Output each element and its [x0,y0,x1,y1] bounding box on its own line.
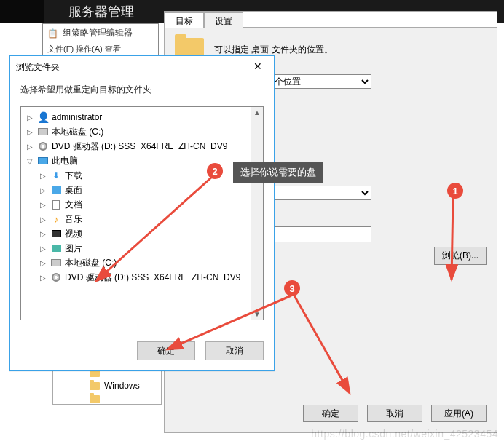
tree-item[interactable]: ▷本地磁盘 (C:) [21,124,251,139]
folder-icon [90,382,100,390]
close-button[interactable]: ✕ [248,60,268,74]
browse-folder-dialog: 浏览文件夹 ✕ 选择希望用做重定向目标的文件夹 ▷👤administrator▷… [9,55,275,371]
tree-scrollbar[interactable]: ▲ ▼ [251,107,263,320]
expand-icon[interactable]: ▷ [25,143,34,151]
annotation-marker-1: 1 [447,183,463,199]
annotation-marker-2: 2 [207,163,223,179]
folder-tree: ▷👤administrator▷本地磁盘 (C:)▷DVD 驱动器 (D:) S… [20,106,264,320]
folder-tree-list[interactable]: ▷👤administrator▷本地磁盘 (C:)▷DVD 驱动器 (D:) S… [21,107,251,320]
expand-icon[interactable]: ▷ [25,114,34,122]
expand-icon[interactable]: ▷ [39,245,47,253]
tree-item-label: DVD 驱动器 (D:) SSS_X64FRE_ZH-CN_DV9 [52,140,227,153]
expand-icon[interactable]: ▷ [25,128,34,136]
tree-item-label: 下载 [65,170,82,182]
dvd-icon [37,140,49,152]
titlebar-left-block [0,0,44,23]
expand-icon[interactable]: ▷ [39,215,47,223]
doc-icon [50,199,62,210]
pic-icon [50,242,62,254]
gpo-title: 组策略管理编辑器 [63,27,133,39]
tree-item-label: DVD 驱动器 (D:) SSS_X64FRE_ZH-CN_DV9 [65,271,240,284]
annotation-tooltip: 选择你说需要的盘 [233,162,323,183]
expand-icon[interactable]: ▽ [25,157,34,165]
browse-button[interactable]: 浏览(B)... [434,247,487,265]
expand-icon[interactable]: ▷ [39,201,47,209]
disk-icon [50,257,62,269]
tree-item[interactable]: ▷文档 [21,197,251,212]
tree-item[interactable]: ▷本地磁盘 (C:) [21,255,251,270]
gpo-editor-window: 📋 组策略管理编辑器 文件(F) 操作(A) 查看 [42,23,159,55]
titlebar-separator [50,3,50,20]
properties-description: 可以指定 桌面 文件夹的位置。 [214,44,333,56]
tree-item-label: 桌面 [65,184,82,197]
tree-item-label: 音乐 [65,213,82,226]
expand-icon[interactable]: ▷ [39,230,47,238]
desk-icon [50,184,62,196]
gpo-icon: 📋 [47,28,58,39]
scroll-up-icon[interactable]: ▲ [252,107,262,118]
tree-item[interactable]: ▷DVD 驱动器 (D:) SSS_X64FRE_ZH-CN_DV9 [21,139,251,154]
tree-item[interactable]: ▷♪音乐 [21,212,251,226]
user-icon: 👤 [37,111,49,123]
tab-target[interactable]: 目标 [165,12,204,28]
expand-icon[interactable]: ▷ [39,259,47,267]
browse-cancel-button[interactable]: 取消 [205,341,264,360]
pc-icon [37,155,49,167]
watermark: https://blog.csdn.net/weixin_42523454 [311,428,498,440]
tree-item[interactable]: ▷桌面 [21,183,251,197]
disk-icon [37,126,49,138]
tree-item[interactable]: ▷视频 [21,226,251,241]
tree-item-label: 文档 [65,199,82,211]
tree-item-label: administrator [52,112,102,122]
expand-icon[interactable]: ▷ [39,186,47,194]
tree-item-label: 视频 [65,228,82,240]
dvd-icon [50,271,62,283]
properties-apply-button[interactable]: 应用(A) [431,405,487,422]
gpo-menubar[interactable]: 文件(F) 操作(A) 查看 [43,42,158,56]
annotation-marker-3: 3 [284,280,300,296]
browse-instruction: 选择希望用做重定向目标的文件夹 [10,78,274,106]
tree-item[interactable]: ▷👤administrator [21,110,251,124]
tree-item[interactable]: ▷图片 [21,241,251,255]
dl-icon: ⬇ [50,170,62,181]
tree-item-label: 此电脑 [52,155,78,167]
explorer-tree-peek: Windows [52,365,162,405]
scroll-down-icon[interactable]: ▼ [252,309,262,320]
explorer-item-label[interactable]: Windows [104,381,140,391]
expand-icon[interactable]: ▷ [39,274,47,282]
tree-item[interactable]: ▷DVD 驱动器 (D:) SSS_X64FRE_ZH-CN_DV9 [21,270,251,285]
properties-tabs: 目标 设置 [165,12,497,28]
tree-item-label: 图片 [65,242,82,255]
expand-icon[interactable]: ▷ [39,172,47,180]
tree-item-label: 本地磁盘 (C:) [65,257,117,269]
properties-cancel-button[interactable]: 取消 [367,405,422,422]
tab-settings[interactable]: 设置 [204,12,243,28]
server-manager-title: 服务器管理 [68,3,134,20]
folder-icon [90,395,100,403]
tree-item-label: 本地磁盘 (C:) [52,126,103,138]
browse-dialog-title: 浏览文件夹 [16,61,60,74]
video-icon [50,228,62,239]
music-icon: ♪ [50,213,62,225]
browse-ok-button[interactable]: 确定 [137,341,195,360]
properties-ok-button[interactable]: 确定 [303,405,358,422]
